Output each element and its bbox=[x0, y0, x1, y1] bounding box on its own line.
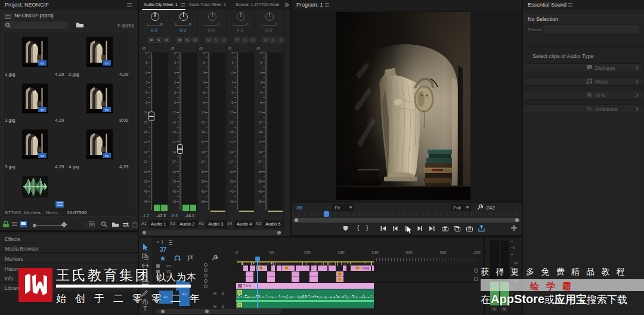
svg-text:fps: fps bbox=[105, 108, 109, 112]
svg-text:fps: fps bbox=[105, 61, 109, 65]
svg-text:fps: fps bbox=[41, 108, 45, 112]
svg-text:fps: fps bbox=[105, 154, 109, 158]
svg-text:fps: fps bbox=[41, 154, 45, 158]
svg-text:fps: fps bbox=[41, 61, 45, 65]
